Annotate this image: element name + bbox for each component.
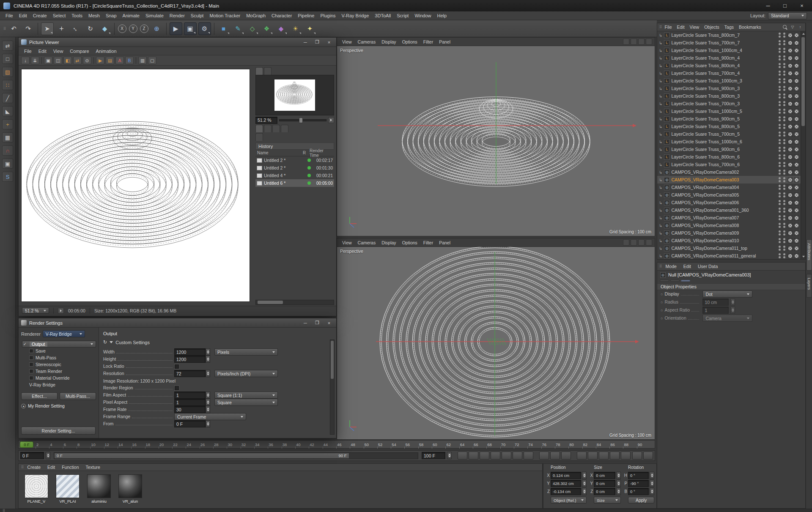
- spinner[interactable]: [582, 480, 587, 487]
- fullscreen-icon[interactable]: ▢: [148, 57, 156, 64]
- collapse-triangle-icon[interactable]: [110, 341, 113, 343]
- material-menu-item[interactable]: Function: [59, 465, 82, 470]
- menubar-item[interactable]: Mesh: [85, 13, 103, 18]
- render-toggle-icon[interactable]: [783, 223, 785, 228]
- menubar-item[interactable]: Render: [167, 13, 188, 18]
- am-menu-item[interactable]: User Data: [695, 264, 721, 269]
- visibility-toggle-icon[interactable]: [779, 208, 781, 213]
- hierarchy-arrow-icon[interactable]: ↳: [659, 48, 662, 53]
- visibility-toggle-icon[interactable]: [779, 55, 781, 60]
- key-rotation-toggle[interactable]: [599, 452, 609, 460]
- material-swatch[interactable]: VR_PLAI: [54, 474, 81, 504]
- texture-tag-icon[interactable]: [788, 254, 793, 258]
- section-checkbox[interactable]: [29, 362, 33, 367]
- film-strip-icon[interactable]: ▤: [106, 57, 114, 64]
- texture-tag-icon[interactable]: [788, 246, 793, 251]
- texture-tag-icon[interactable]: [794, 117, 799, 121]
- field-value-input[interactable]: 0 F: [174, 420, 206, 427]
- render-toggle-icon[interactable]: [783, 124, 785, 129]
- hierarchy-arrow-icon[interactable]: ↳: [659, 147, 662, 152]
- field-unit-select[interactable]: Current Frame: [174, 413, 246, 420]
- multipass-button[interactable]: Multi-Pass...: [60, 392, 96, 400]
- render-toggle-icon[interactable]: [783, 177, 785, 182]
- rs-vertical-scrollbar[interactable]: [330, 340, 335, 435]
- hierarchy-arrow-icon[interactable]: ↳: [659, 94, 662, 99]
- texture-tag-icon[interactable]: [794, 86, 799, 91]
- link-ab-icon[interactable]: ⊙: [83, 57, 91, 64]
- viewport-menu-item[interactable]: Filter: [421, 39, 436, 44]
- texture-tag-icon[interactable]: [794, 124, 799, 129]
- field-unit-select[interactable]: Square (1:1): [214, 392, 278, 399]
- field-spinner[interactable]: [206, 406, 210, 413]
- visibility-toggle-icon[interactable]: [779, 101, 781, 106]
- compare-settings-icon[interactable]: ▥: [138, 57, 147, 64]
- texture-tag-icon[interactable]: [794, 223, 799, 228]
- toolbar-separator[interactable]: [166, 23, 167, 35]
- texture-tag-icon[interactable]: [794, 170, 799, 175]
- visibility-toggle-icon[interactable]: [779, 162, 781, 167]
- object-row[interactable]: ↳ ◎ CAMPOS_VRayDomeCamera010: [657, 237, 801, 244]
- menubar-item[interactable]: Pipeline: [295, 13, 317, 18]
- texture-tag-icon[interactable]: [788, 178, 793, 182]
- render-settings-button[interactable]: ⚙: [198, 22, 211, 35]
- texture-tag-icon[interactable]: [788, 132, 793, 137]
- texture-tag-icon[interactable]: [794, 79, 799, 83]
- spinner[interactable]: [616, 472, 621, 479]
- viewport-dolly-icon[interactable]: [631, 239, 637, 246]
- viewport-menu-item[interactable]: Display: [379, 39, 398, 44]
- texture-tag-icon[interactable]: [788, 147, 793, 152]
- axis-mode-icon[interactable]: +: [2, 119, 13, 129]
- redo-icon[interactable]: ↷: [22, 22, 35, 35]
- rotation-b-input[interactable]: 0 °: [628, 488, 649, 495]
- visibility-toggle-icon[interactable]: [779, 63, 781, 68]
- hierarchy-arrow-icon[interactable]: ↳: [659, 109, 662, 114]
- material-swatch[interactable]: VR_alun: [117, 474, 144, 504]
- hierarchy-arrow-icon[interactable]: ↳: [659, 117, 662, 121]
- object-row[interactable]: ↳ L LayerCircle Suare Truss_700cm_6: [657, 161, 801, 168]
- render-toggle-icon[interactable]: [783, 192, 785, 197]
- coordinate-system-button[interactable]: ⊕: [151, 22, 163, 35]
- hierarchy-arrow-icon[interactable]: ↳: [659, 132, 662, 137]
- history-row[interactable]: Untitled 2 * 00:02:17: [255, 156, 334, 164]
- save-image-icon[interactable]: ↓: [21, 57, 30, 64]
- texture-mode-icon[interactable]: ▨: [2, 67, 13, 77]
- render-toggle-icon[interactable]: [783, 185, 785, 190]
- visibility-toggle-icon[interactable]: [779, 185, 781, 190]
- menubar-item[interactable]: Window: [411, 13, 434, 18]
- render-settings-section[interactable]: ✓ Output: [22, 341, 96, 348]
- spinner[interactable]: [650, 488, 654, 495]
- render-settings-window[interactable]: Render Settings ─ ❐ × Renderer V-Ray Bri…: [18, 318, 337, 438]
- panel-handle-icon[interactable]: ⠿: [21, 465, 24, 469]
- texture-tag-icon[interactable]: [794, 132, 799, 137]
- menubar-item[interactable]: Sculpt: [188, 13, 207, 18]
- history-row[interactable]: Untitled 4 * 00:00:21: [255, 172, 334, 179]
- viewport-menu-item[interactable]: Panel: [436, 39, 453, 44]
- texture-tag-icon[interactable]: [788, 216, 793, 220]
- spinner[interactable]: [582, 488, 587, 495]
- viewport-perspective-bottom[interactable]: ViewCamerasDisplayOptionsFilterPanel Per…: [337, 238, 655, 440]
- navigator-preview[interactable]: [255, 75, 334, 115]
- live-selection-tool[interactable]: ➤: [41, 22, 54, 35]
- render-settings-section[interactable]: V-Ray Bridge: [22, 381, 96, 388]
- viewport-menu-item[interactable]: Cameras: [355, 39, 379, 44]
- z-axis-lock-button[interactable]: Z: [140, 25, 148, 33]
- pv-panel-tab[interactable]: [255, 125, 263, 132]
- render-toggle-icon[interactable]: [783, 162, 785, 167]
- pv-panel-tab[interactable]: [255, 133, 263, 141]
- material-menu-item[interactable]: Edit: [44, 465, 58, 470]
- render-toggle-icon[interactable]: [783, 101, 785, 106]
- texture-tag-icon[interactable]: [788, 200, 793, 205]
- attribute-select[interactable]: Camera: [702, 315, 752, 322]
- object-row[interactable]: ↳ ◎ CAMPOS_VRayDomeCamera008: [657, 222, 801, 229]
- viewport-camera-label[interactable]: Perspective: [340, 249, 363, 254]
- polygons-mode-icon[interactable]: ◣: [2, 106, 13, 116]
- texture-tag-icon[interactable]: [794, 246, 799, 251]
- render-toggle-icon[interactable]: [783, 71, 785, 76]
- hierarchy-arrow-icon[interactable]: ↳: [659, 246, 662, 251]
- pv-menu-item[interactable]: Animation: [93, 49, 120, 54]
- render-toggle-icon[interactable]: [783, 86, 785, 91]
- hierarchy-arrow-icon[interactable]: ↳: [659, 71, 662, 76]
- visibility-toggle-icon[interactable]: [779, 109, 781, 114]
- viewport-menu-item[interactable]: View: [340, 240, 354, 245]
- field-spinner[interactable]: [206, 348, 210, 356]
